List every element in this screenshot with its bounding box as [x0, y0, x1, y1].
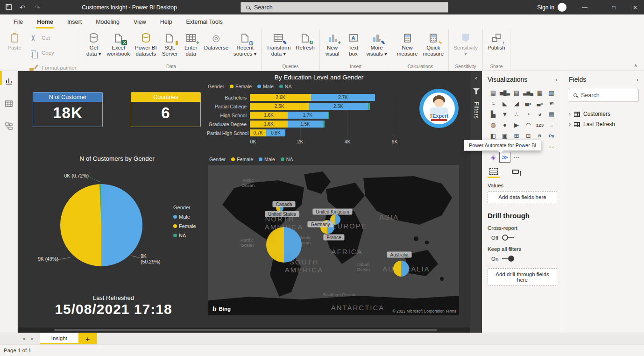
card-icon[interactable]: 123 [534, 120, 545, 130]
card-visual-countries[interactable]: Countries 6 [131, 92, 201, 127]
cut-button[interactable]: Cut [25, 31, 52, 45]
area-chart-icon[interactable]: ◣ [499, 98, 510, 109]
scrollbar-thumb[interactable] [54, 329, 437, 331]
last-refreshed-visual[interactable]: Last Refreshed 15/08/2021 17:18 [22, 294, 205, 317]
report-view-button[interactable] [4, 77, 14, 88]
new-visual-button[interactable]: +Newvisual [322, 30, 343, 58]
donut-chart-icon[interactable]: ◕ [534, 109, 545, 120]
recent-sources-button[interactable]: ◷Recentsources ▾ [231, 30, 259, 58]
hundred-stacked-column-chart-icon[interactable]: ▥ [546, 87, 557, 98]
sensitivity-button[interactable]: Sensitivity▾ [451, 30, 480, 58]
shape-map-icon[interactable]: ▶ [511, 120, 522, 130]
power-apps-icon[interactable]: ▱ [546, 141, 557, 152]
power-automate-icon[interactable]: ≫ [499, 152, 510, 163]
keep-all-filters-toggle[interactable]: On [491, 256, 557, 262]
ribbon-group-label: Calculations [395, 64, 446, 71]
line-and-clustered-column-chart-icon[interactable]: ▃≈ [534, 98, 545, 109]
maximize-button[interactable]: □ [610, 0, 617, 14]
new-measure-button[interactable]: Newmeasure [395, 30, 420, 58]
bar-chart-visual[interactable]: By Education Level and Gender GenderFema… [207, 74, 431, 154]
scatter-chart-icon[interactable]: ∴ [511, 109, 522, 120]
data-view-button[interactable] [4, 99, 14, 110]
card-visual-n-of-customer[interactable]: N of Customer 18K [33, 92, 103, 127]
copy-button[interactable]: Copy [25, 46, 56, 60]
format-tab[interactable] [512, 168, 519, 178]
text-box-button[interactable]: ATextbox [343, 30, 364, 58]
line-and-stacked-column-chart-icon[interactable]: ▅≈ [523, 98, 534, 109]
fields-search-input[interactable]: Search [569, 89, 638, 101]
report-canvas[interactable]: N of Customer 18K Countries 6 By Educati… [18, 71, 470, 333]
sign-in-button[interactable]: Sign in [537, 0, 554, 14]
redo-button[interactable]: ↷ [35, 0, 40, 14]
menu-external-tools[interactable]: External Tools [179, 14, 229, 29]
avatar[interactable] [558, 3, 566, 12]
waterfall-chart-icon[interactable]: ▙ [488, 109, 499, 120]
menu-insert[interactable]: Insert [60, 14, 89, 29]
enter-data-button[interactable]: +Enterdata [181, 30, 201, 58]
python-visual-icon[interactable]: Py [546, 130, 557, 141]
refresh-button[interactable]: ↻Refresh [293, 30, 317, 52]
field-table-last-refresh[interactable]: ›Last Refresh [569, 119, 638, 129]
more-options-icon[interactable]: ⋯ [511, 152, 522, 163]
filters-pane-label[interactable]: Filters [473, 102, 480, 119]
more-visuals-button[interactable]: ✎Morevisuals ▾ [364, 30, 389, 58]
menu-modeling[interactable]: Modeling [89, 14, 127, 29]
fields-build-tab[interactable] [489, 168, 498, 178]
undo-button[interactable]: ↶ [20, 0, 25, 14]
menu-home[interactable]: Home [30, 14, 60, 29]
expand-chevron-icon[interactable]: › [569, 121, 571, 128]
collapse-ribbon-icon[interactable]: ∧ [634, 63, 637, 69]
collapse-fields-icon[interactable]: › [637, 76, 638, 83]
menu-view[interactable]: View [127, 14, 153, 29]
world-map[interactable]: bBing © 2021 Microsoft Corporation Terms… [208, 165, 459, 315]
menu-file[interactable]: File [7, 14, 30, 29]
map-icon[interactable]: ◍ [488, 120, 499, 130]
arcgis-maps-icon[interactable]: ◈ [488, 152, 499, 163]
sql-server-button[interactable]: ▮SQLServer [160, 30, 180, 58]
pie-chart-visual[interactable]: N of Customers by Gender 0K (0.72%) 9K (… [25, 150, 209, 285]
minimize-button[interactable]: — [581, 0, 588, 14]
paste-button[interactable]: Paste [4, 30, 25, 52]
field-table-customers[interactable]: ›Customers [569, 109, 638, 119]
dataverse-button[interactable]: ◎Dataverse [202, 30, 231, 52]
treemap-icon[interactable]: ▦ [546, 109, 557, 120]
cross-report-toggle[interactable]: Off [491, 235, 557, 241]
line-chart-icon[interactable]: ≈ [488, 98, 499, 109]
clustered-column-chart-icon[interactable]: ▃▆▄ [523, 87, 534, 98]
gauge-icon[interactable]: ◠ [523, 120, 534, 130]
map-visual[interactable]: GenderFemaleMaleNA [208, 157, 466, 318]
menu-help[interactable]: Help [153, 14, 179, 29]
previous-page-icon[interactable]: ◄ [21, 336, 26, 341]
clustered-bar-chart-icon[interactable]: ▤ [511, 87, 522, 98]
hundred-stacked-bar-chart-icon[interactable]: ▦ [534, 87, 545, 98]
horizontal-scrollbar[interactable] [18, 328, 470, 333]
pie-chart-icon[interactable]: ◔ [523, 109, 534, 120]
ribbon-chart-icon[interactable]: ≋ [546, 98, 557, 109]
filter-funnel-icon[interactable] [473, 88, 480, 94]
publish-button[interactable]: ↑Publish [485, 30, 508, 52]
quick-measure-button[interactable]: ϟQuickmeasure [420, 30, 446, 58]
page-tab-insight[interactable]: Insight [40, 333, 78, 344]
stacked-column-chart-icon[interactable]: ▅█▃ [499, 87, 510, 98]
collapse-visualizations-icon[interactable]: › [555, 76, 557, 83]
global-search-input[interactable]: Search [241, 2, 448, 13]
add-data-fields-dropzone[interactable]: Add data fields here [488, 191, 557, 203]
save-button[interactable] [6, 0, 12, 14]
stacked-area-chart-icon[interactable]: ◢ [511, 98, 522, 109]
close-button[interactable]: × [632, 0, 638, 14]
get-data-button[interactable]: Getdata ▾ [84, 30, 104, 58]
expand-filters-icon[interactable]: ‹ [475, 75, 477, 81]
multi-row-card-icon[interactable]: ≡ [546, 120, 557, 130]
model-view-button[interactable] [4, 121, 14, 133]
expand-chevron-icon[interactable]: › [569, 111, 571, 117]
filled-map-icon[interactable]: ● [499, 120, 510, 130]
transform-data-button[interactable]: ✎Transformdata ▾ [264, 30, 293, 58]
report-view-icon [4, 77, 14, 86]
next-page-icon[interactable]: ► [30, 336, 35, 341]
new-page-button[interactable]: + [78, 333, 97, 344]
stacked-bar-chart-icon[interactable]: ▤ [488, 87, 499, 98]
funnel-chart-icon[interactable]: ▼ [499, 109, 510, 120]
excel-workbook-button[interactable]: XExcelworkbook [105, 30, 132, 58]
power-bi-datasets-button[interactable]: Power BIdatasets [133, 30, 159, 58]
add-drill-through-fields-dropzone[interactable]: Add drill-through fields here [488, 268, 557, 286]
